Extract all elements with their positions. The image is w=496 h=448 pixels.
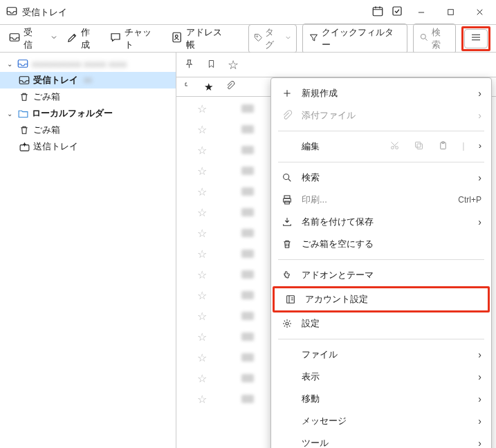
receive-label: 受信 (24, 26, 42, 51)
account-row[interactable]: ⌄ xxxxxxxxxxx xxxxx xxxx (0, 55, 176, 72)
tag-button[interactable]: タグ (248, 24, 296, 53)
chevron-right-icon: › (479, 140, 481, 153)
close-button[interactable] (468, 3, 490, 22)
menu-edit[interactable]: 編集 | › (271, 136, 491, 158)
local-trash-folder[interactable]: ごみ箱 (0, 122, 176, 138)
receive-dropdown-chevron[interactable] (50, 33, 58, 44)
menu-file[interactable]: ファイル› (271, 344, 491, 366)
inbox-label: 受信トレイ (33, 74, 78, 86)
pin-icon[interactable] (183, 58, 195, 72)
quick-filter-label: クイックフィルター (322, 26, 402, 51)
chat-label: チャット (125, 26, 160, 51)
chevron-down-icon (284, 33, 292, 44)
gear-icon (281, 318, 293, 329)
menu-saveas[interactable]: 名前を付けて保存 › (271, 211, 491, 233)
addressbook-label: アドレス帳 (186, 26, 230, 51)
menu-account-settings-label: アカウント設定 (305, 293, 478, 306)
menu-empty-trash[interactable]: ごみ箱を空にする (271, 233, 491, 255)
inbox-folder[interactable]: 受信トレイ 00 (0, 72, 176, 88)
collapse-icon[interactable]: ⌄ (6, 110, 14, 118)
star-outline-icon[interactable]: ☆ (197, 185, 207, 198)
chat-icon (109, 31, 122, 46)
menu-go[interactable]: 移動› (271, 388, 491, 410)
divider: | (462, 140, 464, 153)
star-outline-icon[interactable]: ☆ (197, 144, 207, 157)
star-icon[interactable]: ☆ (228, 57, 239, 73)
maximize-button[interactable] (439, 3, 461, 22)
menu-empty-trash-label: ごみ箱を空にする (302, 238, 481, 250)
star-outline-icon[interactable]: ☆ (197, 123, 207, 136)
tasks-icon[interactable] (391, 5, 403, 19)
minimize-button[interactable] (410, 3, 432, 22)
quick-filter-button[interactable]: クイックフィルター (302, 24, 408, 54)
thread-column-icon[interactable] (183, 81, 192, 93)
menu-new[interactable]: 新規作成 › (271, 82, 491, 104)
window-title: 受信トレイ (22, 6, 67, 19)
svg-rect-19 (284, 196, 290, 198)
attachment-column-icon[interactable] (226, 80, 235, 93)
pencil-icon (66, 32, 78, 46)
star-outline-icon[interactable]: ☆ (197, 330, 207, 344)
message-subject-blurred (241, 208, 254, 216)
menu-print[interactable]: 印刷... Ctrl+P (271, 189, 491, 211)
inbox-count-blurred: 00 (84, 76, 92, 84)
star-outline-icon[interactable]: ☆ (197, 393, 207, 406)
chat-button[interactable]: チャット (107, 25, 163, 53)
menu-message[interactable]: メッセージ› (271, 410, 491, 432)
addressbook-button[interactable]: アドレス帳 (168, 25, 233, 53)
app-menu-button[interactable] (464, 29, 488, 48)
menu-account-settings[interactable]: アカウント設定 (275, 288, 488, 310)
cut-icon (389, 140, 400, 153)
outbox-folder[interactable]: 送信トレイ (0, 138, 176, 155)
menu-file-label: ファイル (302, 348, 470, 361)
local-folders-row[interactable]: ⌄ ローカルフォルダー (0, 105, 176, 122)
saveas-icon (281, 216, 293, 227)
menu-addons[interactable]: アドオンとテーマ (271, 264, 491, 286)
menu-view[interactable]: 表示› (271, 366, 491, 388)
svg-rect-2 (393, 7, 401, 15)
account-name-blurred: xxxxxxxxxxx xxxxx xxxx (32, 59, 136, 69)
menu-attach: 添付ファイル › (271, 104, 491, 127)
trash-folder[interactable]: ごみ箱 (0, 88, 176, 105)
menu-settings-label: 設定 (302, 317, 481, 330)
star-outline-icon[interactable]: ☆ (197, 165, 207, 178)
message-subject-blurred (241, 333, 254, 341)
compose-button[interactable]: 作成 (64, 25, 102, 53)
search-icon (419, 32, 429, 44)
calendar-icon[interactable] (371, 5, 384, 19)
star-outline-icon[interactable]: ☆ (197, 289, 207, 302)
message-subject-blurred (241, 187, 254, 196)
menu-search[interactable]: 検索 › (271, 167, 491, 189)
svg-point-6 (176, 35, 178, 38)
trash-icon (281, 239, 293, 250)
menu-tools-label: ツール (302, 437, 470, 448)
menu-tools[interactable]: ツール› (271, 432, 491, 448)
star-outline-icon[interactable]: ☆ (197, 206, 207, 219)
star-outline-icon[interactable]: ☆ (197, 351, 207, 364)
bookmark-icon[interactable] (206, 58, 217, 72)
menu-edit-label: 編集 (302, 140, 320, 153)
menu-print-label: 印刷... (302, 194, 450, 206)
star-outline-icon[interactable]: ☆ (197, 102, 207, 115)
menu-separator (278, 339, 484, 339)
receive-button[interactable]: 受信 (6, 25, 44, 53)
star-outline-icon[interactable]: ☆ (197, 310, 207, 323)
download-icon (8, 31, 21, 46)
chevron-right-icon: › (478, 216, 481, 227)
collapse-icon[interactable]: ⌄ (6, 60, 14, 68)
account-settings-icon (284, 294, 297, 305)
menu-separator (278, 162, 484, 162)
star-outline-icon[interactable]: ☆ (197, 372, 207, 385)
star-outline-icon[interactable]: ☆ (197, 248, 207, 261)
search-box[interactable]: 検索 (413, 24, 456, 54)
menu-separator (278, 131, 484, 131)
menu-addons-label: アドオンとテーマ (302, 269, 481, 281)
attachment-icon (281, 110, 293, 121)
menu-settings[interactable]: 設定 (271, 312, 491, 335)
star-column-icon[interactable]: ★ (204, 81, 213, 93)
app-menu: 新規作成 › 添付ファイル › 編集 | › (270, 77, 492, 448)
svg-rect-15 (416, 142, 421, 148)
star-outline-icon[interactable]: ☆ (197, 268, 207, 281)
star-outline-icon[interactable]: ☆ (197, 227, 207, 240)
chevron-right-icon: › (478, 349, 481, 360)
